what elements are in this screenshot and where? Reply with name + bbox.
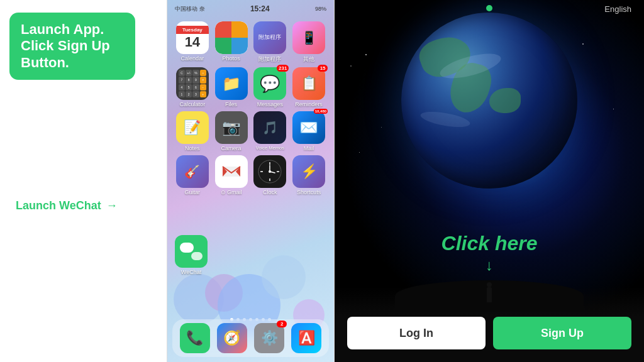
clock-label: Clock	[263, 189, 277, 195]
app-screen: English Click here ↓ Log In Sign Up	[335, 0, 644, 362]
left-instruction-panel: Launch App. Click Sign Up Button. Launch…	[0, 0, 167, 362]
shortcuts-label: Shortcuts	[297, 189, 321, 195]
svg-point-9	[269, 170, 271, 173]
calendar-label: Calendar	[181, 55, 204, 62]
english-label: English	[604, 4, 631, 14]
camera-label: Camera	[221, 145, 242, 151]
fujiachengxu-label: 附加程序	[258, 55, 281, 63]
dock-appstore[interactable]: 🅰️	[291, 323, 321, 353]
app-calendar[interactable]: Tuesday 14 Calendar	[175, 21, 210, 63]
app-clock[interactable]: Clock	[253, 155, 288, 195]
dock-settings[interactable]: ⚙️ 2	[254, 323, 284, 353]
login-button[interactable]: Log In	[347, 317, 486, 349]
app-shortcuts[interactable]: ⚡ Shortcuts	[291, 155, 326, 195]
signup-button[interactable]: Sign Up	[493, 317, 631, 349]
app-qita[interactable]: 📱 其他	[291, 21, 326, 63]
wechat-row: WeChat	[172, 233, 210, 278]
shortcuts-icon: ⚡	[292, 155, 325, 188]
guitar-icon: 🎸	[176, 155, 209, 188]
click-here-arrow: ↓	[486, 256, 493, 274]
launch-wechat-row: Launch WeChat →	[9, 199, 118, 212]
fujiachengxu-icon: 附加程序	[253, 21, 286, 54]
app-mail[interactable]: ✉️ 10,480 Mail	[291, 111, 326, 151]
calendar-icon: Tuesday 14	[176, 21, 209, 54]
reminders-badge: 15	[318, 65, 328, 72]
phone-panel: 中国移动 奈 15:24 98% Tuesday 14 Calendar Pho…	[167, 0, 335, 362]
dock: 📞 🧭 ⚙️ 2 🅰️	[172, 319, 329, 357]
messages-icon: 💬 231	[253, 67, 286, 100]
gmail-icon	[215, 155, 248, 188]
reminders-icon: 📋 15	[292, 67, 325, 100]
click-here-text: Click here	[441, 232, 538, 255]
safari-icon: 🧭	[217, 323, 247, 353]
app-voicememos[interactable]: 🎵 Voice Memos	[253, 111, 288, 151]
calendar-day: 14	[185, 34, 200, 50]
app-wechat[interactable]: WeChat	[175, 235, 208, 275]
launch-wechat-label: Launch WeChat	[16, 199, 101, 212]
dock-safari[interactable]: 🧭	[217, 323, 247, 353]
click-here-container: Click here ↓	[335, 232, 644, 274]
qita-icon: 📱	[292, 21, 325, 54]
camera-icon: 📷	[215, 111, 248, 144]
files-label: Files	[225, 101, 237, 107]
app-camera[interactable]: 📷 Camera	[214, 111, 249, 151]
time-label: 15:24	[250, 4, 270, 13]
battery-label: 98%	[315, 6, 326, 12]
appstore-icon: 🅰️	[291, 323, 321, 353]
calculator-label: Calculator	[180, 101, 206, 107]
qita-label: 其他	[303, 55, 314, 63]
app-gmail[interactable]: ⊙ Gmail	[214, 155, 249, 195]
land-mass-3	[489, 88, 521, 113]
wechat-label: WeChat	[181, 269, 201, 275]
mail-label: Mail	[304, 145, 314, 151]
instruction-box: Launch App. Click Sign Up Button.	[9, 13, 135, 80]
mail-badge: 10,480	[314, 109, 328, 114]
arrow-icon: →	[106, 199, 118, 212]
gmail-label: ⊙ Gmail	[221, 189, 242, 195]
voicememos-icon: 🎵	[253, 111, 286, 144]
status-bar: 中国移动 奈 15:24 98%	[167, 0, 334, 18]
earth-image	[401, 13, 577, 189]
files-icon: 📁	[215, 67, 248, 100]
app-calculator[interactable]: C+/-%÷ 789× 456− 123+ Calculator	[175, 67, 210, 107]
app-photos[interactable]: Photos	[214, 21, 249, 63]
app-grid: Tuesday 14 Calendar Photos 附加程序 附加程序 📱	[172, 19, 329, 198]
settings-icon: ⚙️ 2	[254, 323, 284, 353]
phone-icon: 📞	[180, 323, 210, 353]
voicememos-label: Voice Memos	[256, 145, 284, 151]
app-fujiachengxu[interactable]: 附加程序 附加程序	[253, 21, 288, 63]
app-reminders[interactable]: 📋 15 Reminders	[291, 67, 326, 107]
app-messages[interactable]: 💬 231 Messages	[253, 67, 288, 107]
camera-indicator	[486, 5, 492, 11]
notes-icon: 📝	[176, 111, 209, 144]
app-files[interactable]: 📁 Files	[214, 67, 249, 107]
settings-badge: 2	[277, 321, 287, 327]
calculator-icon: C+/-%÷ 789× 456− 123+	[176, 67, 209, 100]
right-status-bar: English	[335, 0, 644, 18]
wechat-icon	[175, 235, 208, 268]
person-silhouette	[487, 287, 492, 302]
instruction-title: Launch App. Click Sign Up Button.	[21, 21, 124, 71]
app-guitar[interactable]: 🎸 Guitar	[175, 155, 210, 195]
carrier-label: 中国移动 奈	[175, 5, 205, 13]
notes-label: Notes	[185, 145, 200, 151]
guitar-label: Guitar	[185, 189, 201, 195]
mail-icon: ✉️ 10,480	[292, 111, 325, 144]
clock-icon	[253, 155, 286, 188]
reminders-label: Reminders	[295, 101, 323, 107]
dock-phone[interactable]: 📞	[180, 323, 210, 353]
app-notes[interactable]: 📝 Notes	[175, 111, 210, 151]
messages-label: Messages	[257, 101, 283, 107]
photos-label: Photos	[223, 55, 240, 62]
photos-icon	[215, 21, 248, 54]
calendar-month: Tuesday	[176, 26, 209, 34]
bokeh-4	[262, 255, 306, 299]
messages-badge: 231	[277, 65, 289, 72]
bottom-buttons: Log In Sign Up	[347, 317, 631, 349]
